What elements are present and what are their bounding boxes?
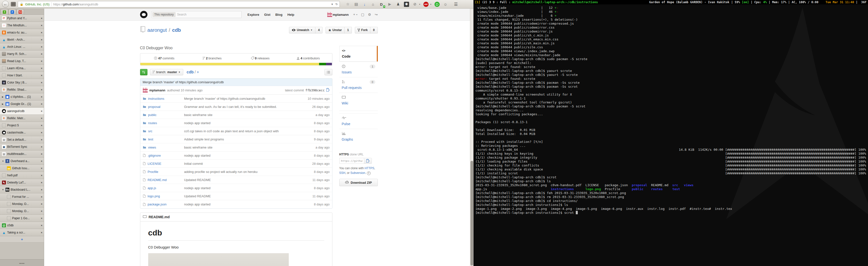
tab-close-icon[interactable]: × bbox=[41, 102, 42, 105]
tab-close-icon[interactable]: × bbox=[41, 195, 42, 198]
clipboard-icon[interactable]: ▤ bbox=[353, 2, 359, 7]
sidebar-tab[interactable]: ▤Set a default...× bbox=[0, 136, 44, 143]
tab-close-icon[interactable]: × bbox=[41, 153, 42, 156]
github-logo-icon[interactable] bbox=[140, 11, 148, 18]
clone-url-input[interactable] bbox=[339, 158, 364, 164]
commit-history-button[interactable] bbox=[324, 69, 332, 75]
tab-close-icon[interactable]: × bbox=[41, 202, 42, 205]
sidebar-grip-icon[interactable]: ▬▬ bbox=[0, 259, 44, 266]
stat-releases[interactable]: 0 releases bbox=[236, 57, 284, 60]
url-bar[interactable]: 🔒 GitHub, Inc. (US) https://github.com/a… bbox=[18, 1, 340, 7]
feedback-icon[interactable]: ☺ bbox=[443, 2, 448, 7]
tab-close-icon[interactable]: × bbox=[41, 217, 42, 220]
fork-count[interactable]: 0 bbox=[370, 27, 377, 33]
issue-label[interactable]: Issues bbox=[342, 70, 375, 74]
file-commit-message[interactable]: nodejs app started bbox=[184, 186, 298, 190]
branch-selector[interactable]: branch: master ▼ bbox=[150, 69, 183, 75]
sidebar-tab[interactable]: ∷The Mindfuln...× bbox=[0, 22, 44, 29]
unwatch-count[interactable]: 4 bbox=[315, 27, 322, 33]
sidebar-tab[interactable]: Format for ...× bbox=[0, 193, 44, 200]
tab-close-icon[interactable]: × bbox=[41, 231, 42, 234]
tab-close-icon[interactable]: × bbox=[41, 67, 42, 70]
file-commit-message[interactable]: Merge branch 'master' of https://github.… bbox=[184, 97, 298, 100]
repo-tab-graphs[interactable]: Graphs bbox=[339, 129, 378, 144]
file-link[interactable]: Procfile bbox=[148, 170, 158, 174]
tab-close-icon[interactable]: × bbox=[41, 209, 42, 212]
user-menu[interactable]: mplamann bbox=[327, 12, 349, 17]
tab-close-icon[interactable]: × bbox=[41, 145, 42, 148]
repo-owner-link[interactable]: aarongut bbox=[148, 27, 167, 33]
tab-close-icon[interactable]: × bbox=[41, 160, 42, 163]
url-dropdown-icon[interactable]: ▾ bbox=[332, 2, 333, 6]
file-link[interactable]: .gitignore bbox=[148, 154, 161, 157]
sidebar-tab[interactable]: ◉BitTorrent Sync× bbox=[0, 143, 44, 151]
file-link[interactable]: instructions bbox=[148, 97, 164, 100]
stat-contributors[interactable]: 4 contributors bbox=[284, 57, 332, 60]
nav-link-gist[interactable]: Gist bbox=[264, 13, 270, 16]
tab-close-icon[interactable]: × bbox=[41, 167, 42, 170]
sidebar-tab[interactable]: ▼fOverheard a...× bbox=[0, 158, 44, 165]
clone-link-https[interactable]: HTTPS bbox=[365, 166, 374, 170]
stat-commits[interactable]: 47 commits bbox=[140, 57, 188, 60]
sidebar-tab[interactable]: Paper 1 Go...× bbox=[0, 215, 44, 222]
file-link[interactable]: proposal bbox=[148, 105, 160, 109]
tab-close-icon[interactable]: × bbox=[41, 74, 42, 77]
tab-expander-icon[interactable]: ▼ bbox=[2, 189, 4, 191]
repo-tab-issue[interactable]: 1Issues bbox=[339, 62, 378, 77]
pulse-label[interactable]: Pulse bbox=[342, 122, 375, 126]
download-icon[interactable]: ↓ bbox=[362, 2, 367, 7]
url-text[interactable]: https://github.com/aarongut/cdb bbox=[53, 2, 98, 6]
sidebar-tab[interactable]: @c0db× bbox=[0, 222, 44, 229]
sidebar-tab[interactable]: ▲Arch Linux: ...× bbox=[0, 43, 44, 51]
file-commit-message[interactable]: Updated README bbox=[184, 194, 298, 198]
file-commit-message[interactable]: Grammar and such. As far as I can tell, … bbox=[184, 105, 298, 109]
file-link[interactable]: routes bbox=[148, 121, 157, 125]
file-commit-message[interactable]: basic wireframe site bbox=[184, 113, 298, 117]
sidebar-tab[interactable]: Harry R. Sch...× bbox=[0, 51, 44, 58]
sidebar-tab[interactable]: Monday, O...× bbox=[0, 208, 44, 215]
pr-label[interactable]: Pull requests bbox=[342, 86, 375, 90]
tab-close-icon[interactable]: × bbox=[41, 124, 42, 127]
tab-close-icon[interactable]: × bbox=[41, 88, 42, 91]
compare-button[interactable] bbox=[140, 69, 148, 75]
reload-icon[interactable]: ↻ bbox=[335, 2, 338, 6]
fork-button[interactable]: Fork0 bbox=[355, 27, 378, 33]
sidebar-tab[interactable]: ▼BbBlackboard L...× bbox=[0, 186, 44, 193]
pinned-tab-pinboard[interactable]: P bbox=[9, 9, 16, 14]
repo-name-link[interactable]: cdb bbox=[172, 27, 181, 33]
tab-close-icon[interactable]: × bbox=[41, 17, 42, 20]
repo-tab-code[interactable]: <>Code bbox=[339, 46, 378, 62]
sidebar-tab[interactable]: ✎Detexify LaT...× bbox=[0, 179, 44, 186]
file-commit-message[interactable]: nodejs app started bbox=[184, 202, 298, 206]
clone-link-subversion[interactable]: Subversion bbox=[350, 171, 365, 175]
repo-tab-pulse[interactable]: Pulse bbox=[339, 113, 378, 129]
settings-gear-icon[interactable]: ⚙ bbox=[368, 12, 371, 16]
nav-link-blog[interactable]: Blog bbox=[275, 13, 282, 16]
file-link[interactable]: views bbox=[148, 145, 156, 149]
pinned-tab-tj[interactable]: TJ bbox=[17, 9, 24, 14]
back-button[interactable]: ← bbox=[2, 1, 9, 8]
notifications-icon[interactable]: ▢ bbox=[361, 12, 364, 16]
search-input[interactable]: This repository Search bbox=[151, 11, 242, 18]
graphs-label[interactable]: Graphs bbox=[342, 137, 375, 141]
tab-close-icon[interactable]: × bbox=[41, 224, 42, 227]
copy-clone-url-button[interactable] bbox=[364, 158, 372, 164]
sidebar-tab[interactable]: ITPython and Y...× bbox=[0, 15, 44, 22]
file-link[interactable]: app.js bbox=[148, 186, 156, 190]
file-link[interactable]: test bbox=[148, 137, 153, 141]
download-zip-button[interactable]: Download ZIP bbox=[339, 179, 378, 186]
lastpass-icon[interactable]: ✱ bbox=[404, 2, 409, 7]
copy-sha-icon[interactable] bbox=[326, 88, 330, 93]
tab-close-icon[interactable]: × bbox=[41, 31, 42, 34]
sidebar-tab[interactable]: ⊖Color Sky | B...× bbox=[0, 79, 44, 86]
file-commit-message[interactable]: Added simple test programs bbox=[184, 137, 298, 141]
new-repo-button[interactable]: ＋▾ bbox=[352, 12, 357, 17]
sidebar-tab[interactable]: hw9.pdf× bbox=[0, 172, 44, 179]
tab-close-icon[interactable]: × bbox=[41, 110, 42, 112]
tab-close-icon[interactable]: × bbox=[41, 174, 42, 177]
sidebar-tab[interactable]: ▲libvirt - Arch...× bbox=[0, 36, 44, 43]
sidebar-tab[interactable]: Read Lisp, T...× bbox=[0, 58, 44, 65]
sidebar-tab[interactable]: RReMix: Shad...× bbox=[0, 86, 44, 93]
tab-expander-icon[interactable]: ▶ bbox=[2, 96, 4, 98]
tab-close-icon[interactable]: × bbox=[41, 38, 42, 41]
